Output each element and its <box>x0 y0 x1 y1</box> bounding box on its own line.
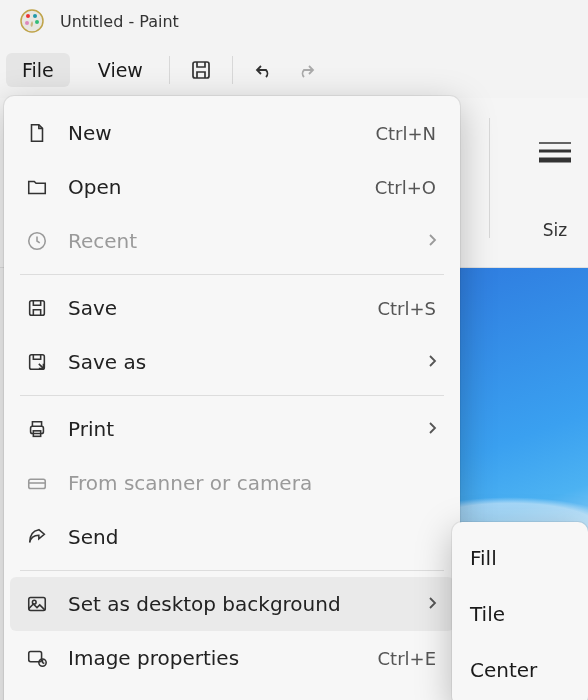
menu-item-label: Print <box>68 417 406 441</box>
menu-item-send[interactable]: Send <box>10 510 454 564</box>
menu-bar: File View <box>0 42 588 98</box>
size-icon <box>535 118 575 188</box>
chevron-right-icon <box>424 417 440 441</box>
app-icon <box>18 7 46 35</box>
menu-item-label: Recent <box>68 229 406 253</box>
scanner-icon <box>24 472 50 494</box>
menu-item-new[interactable]: New Ctrl+N <box>10 106 454 160</box>
menu-item-label: New <box>68 121 357 145</box>
menu-item-save-as[interactable]: Save as <box>10 335 454 389</box>
chevron-right-icon <box>424 592 440 616</box>
print-icon <box>24 418 50 440</box>
svg-rect-12 <box>30 301 45 316</box>
menu-item-save[interactable]: Save Ctrl+S <box>10 281 454 335</box>
menu-item-label: Set as desktop background <box>68 592 406 616</box>
picture-icon <box>24 593 50 615</box>
menu-item-label: Image properties <box>68 646 360 670</box>
share-icon <box>24 526 50 548</box>
menu-item-image-properties[interactable]: Image properties Ctrl+E <box>10 631 454 685</box>
save-as-icon <box>24 351 50 373</box>
menu-item-scanner: From scanner or camera <box>10 456 454 510</box>
separator <box>20 274 444 275</box>
menu-item-about[interactable]: About Paint <box>10 685 454 700</box>
separator <box>232 56 233 84</box>
menu-item-label: Save <box>68 296 359 320</box>
submenu-item-tile[interactable]: Tile <box>456 586 584 642</box>
menu-item-accel: Ctrl+N <box>375 123 436 144</box>
redo-icon[interactable] <box>285 49 327 91</box>
menu-item-label: Save as <box>68 350 406 374</box>
menu-item-open[interactable]: Open Ctrl+O <box>10 160 454 214</box>
svg-rect-16 <box>29 479 46 488</box>
menu-item-label: From scanner or camera <box>68 471 440 495</box>
menu-item-label: Open <box>68 175 357 199</box>
submenu-item-fill[interactable]: Fill <box>456 530 584 586</box>
window-title: Untitled - Paint <box>60 12 179 31</box>
menu-file[interactable]: File <box>6 53 70 87</box>
properties-icon <box>24 647 50 669</box>
svg-point-1 <box>26 14 30 18</box>
menu-item-print[interactable]: Print <box>10 402 454 456</box>
menu-item-recent: Recent <box>10 214 454 268</box>
menu-item-accel: Ctrl+O <box>375 177 436 198</box>
save-icon <box>24 297 50 319</box>
menu-item-set-desktop-background[interactable]: Set as desktop background <box>10 577 454 631</box>
undo-icon[interactable] <box>243 49 285 91</box>
submenu-item-center[interactable]: Center <box>456 642 584 698</box>
menu-item-accel: Ctrl+S <box>377 298 436 319</box>
ribbon-group-size[interactable]: Siz <box>530 118 580 267</box>
svg-point-4 <box>25 21 29 25</box>
wallpaper-submenu: Fill Tile Center <box>452 522 588 700</box>
title-bar: Untitled - Paint <box>0 0 588 42</box>
clock-icon <box>24 230 50 252</box>
separator <box>20 395 444 396</box>
separator <box>169 56 170 84</box>
save-icon[interactable] <box>180 49 222 91</box>
svg-point-2 <box>33 14 37 18</box>
separator <box>20 570 444 571</box>
folder-icon <box>24 176 50 198</box>
chevron-right-icon <box>424 350 440 374</box>
file-menu: New Ctrl+N Open Ctrl+O Recent Save Ctrl+… <box>4 96 460 700</box>
menu-view[interactable]: View <box>82 53 159 87</box>
ribbon-label-size: Siz <box>543 220 567 240</box>
chevron-right-icon <box>424 229 440 253</box>
svg-rect-14 <box>31 426 44 433</box>
menu-item-label: Send <box>68 525 440 549</box>
menu-item-accel: Ctrl+E <box>378 648 436 669</box>
svg-rect-5 <box>193 62 209 78</box>
svg-point-3 <box>35 20 39 24</box>
separator <box>489 118 490 238</box>
document-icon <box>24 122 50 144</box>
